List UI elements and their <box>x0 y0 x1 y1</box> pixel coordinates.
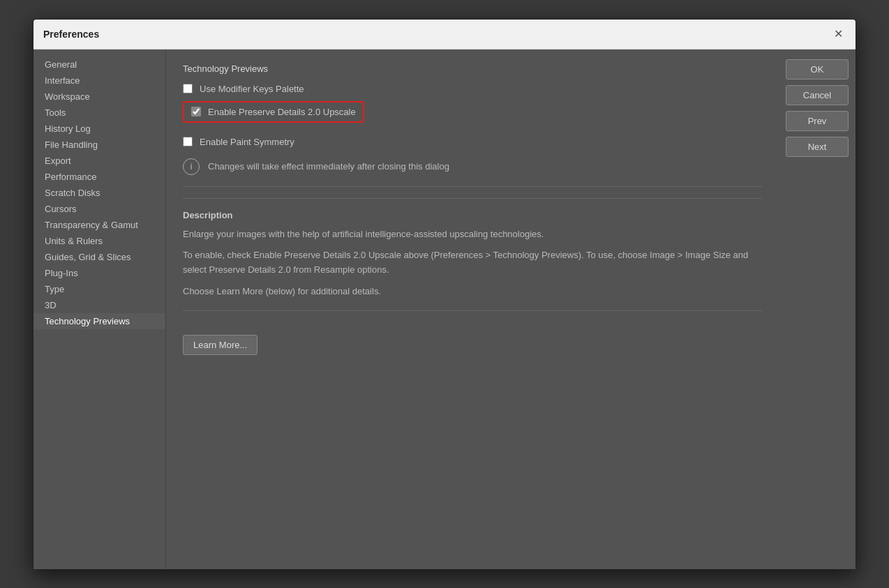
sidebar-item-export[interactable]: Export <box>33 153 165 169</box>
description-text-3: Choose Learn More (below) for additional… <box>183 285 762 299</box>
description-section: Description Enlarge your images with the… <box>183 198 762 299</box>
sidebar: General Interface Workspace Tools Histor… <box>33 50 166 569</box>
checkbox-preserve-details-label: Enable Preserve Details 2.0 Upscale <box>208 107 356 117</box>
info-row: i Changes will take effect immediately a… <box>183 158 762 175</box>
section-title: Technology Previews <box>183 63 762 74</box>
description-text-1: Enlarge your images with the help of art… <box>183 227 762 242</box>
close-button[interactable]: ✕ <box>830 27 846 42</box>
sidebar-item-technology-previews[interactable]: Technology Previews <box>33 313 165 329</box>
sidebar-item-workspace[interactable]: Workspace <box>33 89 165 105</box>
checkbox-row-preserve-details-container: Enable Preserve Details 2.0 Upscale <box>183 101 762 130</box>
checkbox-paint-symmetry-label: Enable Paint Symmetry <box>200 137 294 147</box>
checkbox-row-paint-symmetry: Enable Paint Symmetry <box>183 137 762 147</box>
description-text-2: To enable, check Enable Preserve Details… <box>183 248 762 278</box>
cancel-button[interactable]: Cancel <box>786 85 849 105</box>
dialog-title: Preferences <box>43 29 99 40</box>
sidebar-item-general[interactable]: General <box>33 56 165 73</box>
next-button[interactable]: Next <box>786 137 849 157</box>
checkbox-row-preserve-details: Enable Preserve Details 2.0 Upscale <box>183 101 364 123</box>
ok-button[interactable]: OK <box>786 59 849 80</box>
sidebar-item-performance[interactable]: Performance <box>33 169 165 185</box>
info-text: Changes will take effect immediately aft… <box>208 161 449 172</box>
button-panel: OK Cancel Prev Next <box>779 50 856 569</box>
checkbox-row-modifier-keys: Use Modifier Keys Palette <box>183 84 762 94</box>
dialog-titlebar: Preferences ✕ <box>33 20 856 50</box>
divider-1 <box>183 186 762 187</box>
checkbox-modifier-keys-label: Use Modifier Keys Palette <box>200 84 304 94</box>
sidebar-item-tools[interactable]: Tools <box>33 105 165 121</box>
checkbox-preserve-details[interactable] <box>191 107 201 116</box>
description-title: Description <box>183 210 762 220</box>
sidebar-item-guides-grid[interactable]: Guides, Grid & Slices <box>33 249 165 265</box>
sidebar-item-units-rulers[interactable]: Units & Rulers <box>33 233 165 249</box>
checkbox-paint-symmetry[interactable] <box>183 137 193 146</box>
divider-2 <box>183 310 762 311</box>
main-content: Technology Previews Use Modifier Keys Pa… <box>166 50 779 569</box>
sidebar-item-plug-ins[interactable]: Plug-Ins <box>33 265 165 281</box>
learn-more-button[interactable]: Learn More... <box>183 335 257 355</box>
prev-button[interactable]: Prev <box>786 111 849 131</box>
sidebar-item-file-handling[interactable]: File Handling <box>33 137 165 153</box>
dialog-body: General Interface Workspace Tools Histor… <box>33 50 856 569</box>
sidebar-item-cursors[interactable]: Cursors <box>33 201 165 217</box>
sidebar-item-type[interactable]: Type <box>33 281 165 297</box>
preferences-dialog: Preferences ✕ General Interface Workspac… <box>33 19 856 570</box>
sidebar-item-interface[interactable]: Interface <box>33 73 165 89</box>
sidebar-item-transparency-gamut[interactable]: Transparency & Gamut <box>33 217 165 233</box>
info-icon: i <box>183 158 200 175</box>
sidebar-item-3d[interactable]: 3D <box>33 297 165 313</box>
checkbox-modifier-keys[interactable] <box>183 84 193 93</box>
sidebar-item-history-log[interactable]: History Log <box>33 121 165 137</box>
sidebar-item-scratch-disks[interactable]: Scratch Disks <box>33 185 165 201</box>
